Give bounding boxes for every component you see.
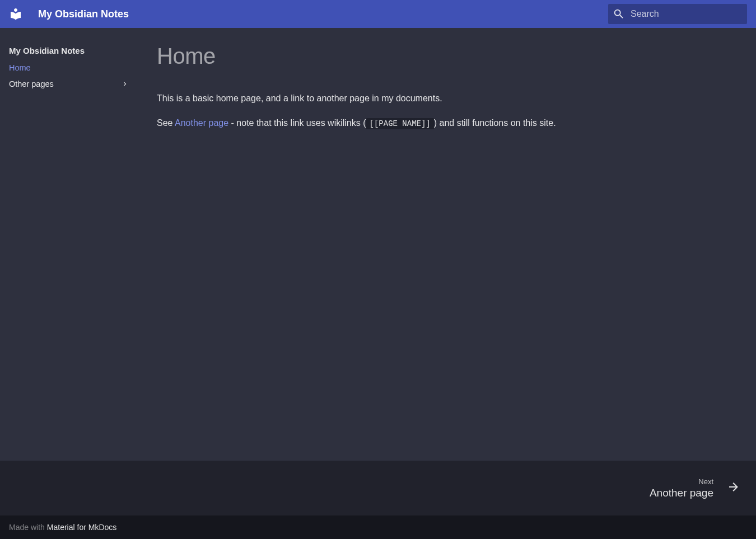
sidebar-item-other-pages[interactable]: Other pages: [9, 76, 130, 92]
footer-meta: Made with Material for MkDocs: [0, 515, 756, 539]
paragraph: See Another page - note that this link u…: [157, 116, 558, 130]
sidebar-item-label: Home: [9, 63, 31, 72]
paragraph: This is a basic home page, and a link to…: [157, 91, 558, 106]
link-another-page[interactable]: Another page: [175, 118, 228, 128]
page-title: Home: [157, 44, 558, 69]
logo-icon[interactable]: [9, 7, 22, 21]
main-content: Home This is a basic home page, and a li…: [139, 28, 576, 461]
made-with-text: Made with: [9, 523, 45, 532]
footer-next-link[interactable]: Next Another page: [634, 461, 756, 515]
sidebar-item-label: Other pages: [9, 79, 54, 88]
made-with-link[interactable]: Material for MkDocs: [47, 523, 116, 532]
app-header: My Obsidian Notes: [0, 0, 756, 28]
sidebar-item-home[interactable]: Home: [9, 60, 130, 76]
header-title: My Obsidian Notes: [38, 8, 599, 20]
search-input[interactable]: [631, 9, 743, 19]
body-wrap: My Obsidian Notes Home Other pages Home …: [0, 28, 726, 461]
inline-code: [[PAGE NAME]]: [366, 118, 434, 129]
text: See: [157, 118, 175, 128]
footer-nav: Next Another page: [0, 461, 756, 515]
footer-next-text: Next Another page: [650, 477, 713, 499]
chevron-right-icon: [120, 79, 130, 89]
search-icon: [613, 8, 625, 20]
footer-next-label: Next: [650, 477, 713, 486]
text: - note that this link uses wikilinks (: [228, 118, 366, 128]
footer-next-title: Another page: [650, 487, 713, 499]
sidebar-title: My Obsidian Notes: [9, 41, 130, 60]
search-box[interactable]: [608, 4, 747, 24]
text: ) and still functions on this site.: [434, 118, 556, 128]
arrow-right-icon: [727, 480, 740, 496]
sidebar: My Obsidian Notes Home Other pages: [0, 28, 139, 461]
